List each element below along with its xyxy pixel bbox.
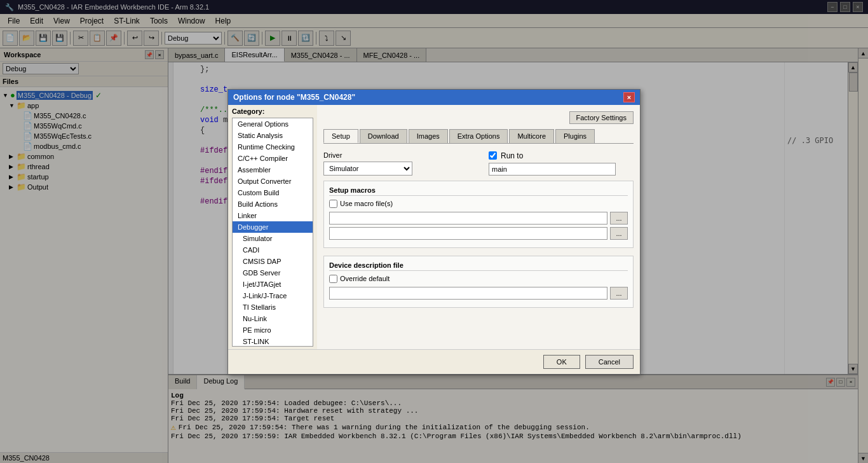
cat-build-actions[interactable]: Build Actions (233, 198, 313, 210)
code-vscroll[interactable]: ▲ ▼ (848, 62, 858, 374)
cat-cpp-compiler[interactable]: C/C++ Compiler (233, 153, 313, 164)
cat-gdb-server[interactable]: GDB Server (233, 267, 313, 279)
cat-debugger[interactable]: Debugger (233, 221, 313, 233)
redo-btn[interactable]: ↪ (144, 31, 159, 46)
dialog-tab-multicore[interactable]: Multicore (509, 129, 554, 143)
cat-ijet[interactable]: I-jet/JTAGjet (233, 279, 313, 290)
tree-folder-rthread[interactable]: ▶ 📁 rthread (3, 162, 165, 172)
break-btn[interactable]: ⏸ (281, 31, 297, 46)
cat-cadi[interactable]: CADI (233, 244, 313, 256)
new-btn[interactable]: 📄 (3, 31, 18, 46)
copy-btn[interactable]: 📋 (90, 31, 105, 46)
main-scroll-track[interactable] (858, 59, 868, 453)
cat-ti-stellaris[interactable]: TI Stellaris (233, 301, 313, 313)
tab-build[interactable]: Build (168, 375, 197, 389)
cat-cmsis-dap[interactable]: CMSIS DAP (233, 256, 313, 267)
step-over-btn[interactable]: ⤵ (319, 31, 334, 46)
dialog-tab-images[interactable]: Images (409, 129, 448, 143)
workspace-close-btn[interactable]: × (155, 50, 164, 59)
cat-assembler[interactable]: Assembler (233, 164, 313, 176)
macro-input-1[interactable] (329, 212, 607, 225)
log-content[interactable]: Log Fri Dec 25, 2020 17:59:54: Loaded de… (168, 389, 858, 463)
main-scroll-down[interactable]: ▼ (858, 453, 868, 463)
save-btn[interactable]: 💾 (36, 31, 51, 46)
menu-tools[interactable]: Tools (145, 15, 173, 27)
dialog-tab-plugins[interactable]: Plugins (555, 129, 595, 143)
menu-view[interactable]: View (48, 15, 75, 27)
code-tab-1[interactable]: bypass_uart.c (168, 48, 225, 62)
close-button[interactable]: × (853, 2, 863, 12)
scroll-up-arrow[interactable]: ▲ (848, 62, 858, 73)
cat-pe-micro[interactable]: PE micro (233, 324, 313, 336)
tree-root[interactable]: ▼ ● M355_CN0428 - Debug ✓ (3, 90, 165, 100)
reset-btn[interactable]: 🔃 (298, 31, 313, 46)
menu-stlink[interactable]: ST-Link (109, 15, 145, 27)
menu-window[interactable]: Window (173, 15, 210, 27)
go-btn[interactable]: ▶ (265, 31, 280, 46)
menu-file[interactable]: File (3, 15, 25, 27)
menu-help[interactable]: Help (210, 15, 236, 27)
tree-file-4[interactable]: 📄 modbus_cmd.c (3, 141, 165, 151)
scroll-down-arrow[interactable]: ▼ (848, 364, 858, 374)
menu-project[interactable]: Project (75, 15, 109, 27)
cat-linker[interactable]: Linker (233, 210, 313, 221)
maximize-button[interactable]: □ (840, 2, 850, 12)
cancel-button[interactable]: Cancel (585, 355, 634, 369)
category-list[interactable]: General Options Static Analysis Runtime … (232, 118, 313, 347)
scroll-thumb[interactable] (849, 73, 858, 92)
run-to-checkbox[interactable] (489, 151, 497, 160)
tab-debug-log[interactable]: Debug Log (197, 375, 245, 389)
modal-close-button[interactable]: × (623, 92, 635, 102)
dialog-tab-extra-options[interactable]: Extra Options (449, 129, 508, 143)
cat-nu-link[interactable]: Nu-Link (233, 313, 313, 324)
build-btn[interactable]: 🔨 (227, 31, 243, 46)
minimize-button[interactable]: − (827, 2, 837, 12)
cat-static-analysis[interactable]: Static Analysis (233, 130, 313, 141)
run-to-input[interactable] (489, 163, 616, 176)
code-tab-3[interactable]: M355_CN0428 - ... (285, 48, 357, 62)
workspace-pin-btn[interactable]: 📌 (145, 50, 154, 59)
scroll-track[interactable] (848, 73, 858, 364)
cat-st-link[interactable]: ST-LINK (233, 336, 313, 347)
bottom-expand-btn[interactable]: □ (836, 378, 845, 387)
cat-jlink[interactable]: J-Link/J-Trace (233, 290, 313, 301)
device-browse-btn[interactable]: ... (610, 287, 628, 300)
cat-output-converter[interactable]: Output Converter (233, 176, 313, 187)
driver-select[interactable]: Simulator ST-LINK CADI (323, 162, 412, 176)
bottom-close-btn[interactable]: × (846, 378, 855, 387)
cat-runtime-checking[interactable]: Runtime Checking (233, 141, 313, 153)
step-into-btn[interactable]: ↘ (336, 31, 351, 46)
macro-input-2[interactable] (329, 227, 607, 240)
device-desc-input[interactable] (329, 287, 607, 300)
cat-custom-build[interactable]: Custom Build (233, 187, 313, 198)
ok-button[interactable]: OK (543, 355, 580, 369)
config-combo[interactable]: Debug Release (165, 32, 222, 45)
tree-folder-output[interactable]: ▶ 📁 Output (3, 182, 165, 192)
dialog-tab-setup[interactable]: Setup (323, 129, 358, 143)
bottom-pin-btn[interactable]: 📌 (826, 378, 835, 387)
project-label[interactable]: M355_CN0428 - Debug (17, 91, 93, 100)
tree-folder-common[interactable]: ▶ 📁 common (3, 151, 165, 162)
macro-browse-btn-1[interactable]: ... (610, 212, 628, 225)
cut-btn[interactable]: ✂ (73, 31, 88, 46)
tree-folder-app[interactable]: ▼ 📁 app (3, 100, 165, 111)
undo-btn[interactable]: ↩ (127, 31, 142, 46)
code-tab-2[interactable]: EISResultArr... (225, 48, 284, 62)
ws-config-select[interactable]: Debug (3, 63, 79, 74)
main-scroll-up[interactable]: ▲ (858, 48, 868, 59)
override-checkbox[interactable] (329, 275, 337, 283)
paste-btn[interactable]: 📌 (106, 31, 121, 46)
open-btn[interactable]: 📂 (19, 31, 34, 46)
tree-file-1[interactable]: 📄 M355_CN0428.c (3, 111, 165, 121)
tree-folder-startup[interactable]: ▶ 📁 startup (3, 172, 165, 182)
dialog-tab-download[interactable]: Download (360, 129, 407, 143)
tree-file-3[interactable]: 📄 M355WqEcTests.c (3, 131, 165, 141)
rebuild-btn[interactable]: 🔄 (244, 31, 259, 46)
code-tab-4[interactable]: MFE_CN0428 - ... (357, 48, 427, 62)
menu-edit[interactable]: Edit (25, 15, 48, 27)
macro-browse-btn-2[interactable]: ... (610, 227, 628, 240)
tree-file-2[interactable]: 📄 M355WqCmd.c (3, 121, 165, 131)
cat-general-options[interactable]: General Options (233, 118, 313, 130)
cat-simulator[interactable]: Simulator (233, 233, 313, 244)
factory-settings-button[interactable]: Factory Settings (569, 111, 634, 124)
